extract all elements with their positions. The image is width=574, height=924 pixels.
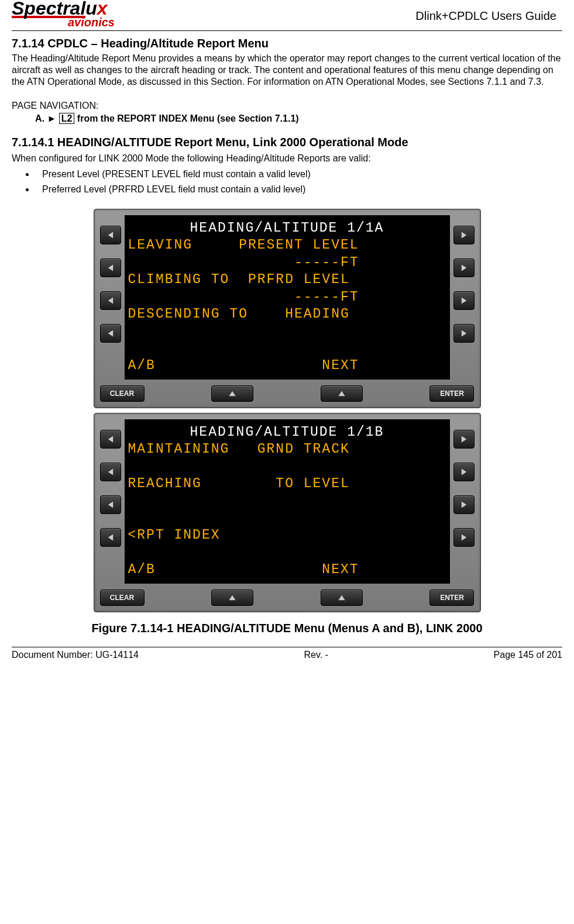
- lsk-right-column: [453, 419, 475, 584]
- rocker-1[interactable]: [211, 589, 253, 606]
- lsk-right-column: [453, 215, 475, 380]
- lsk-r4-button[interactable]: [453, 528, 475, 547]
- footer-docnum: Document Number: UG-14114: [12, 650, 139, 660]
- list-item: Present Level (PRESENT LEVEL field must …: [35, 169, 562, 180]
- lsk-r4-button[interactable]: [453, 324, 475, 343]
- lsk-l2-button[interactable]: [100, 258, 121, 277]
- lsk-l4-button[interactable]: [100, 324, 121, 343]
- brand-logo: Spectralux avionics: [12, 0, 117, 29]
- lsk-l4-button[interactable]: [100, 528, 121, 547]
- screen-body: MAINTAINING GRND TRACK REACHING TO LEVEL…: [128, 442, 359, 577]
- subsection-lead: When configured for LINK 2000 Mode the f…: [12, 153, 562, 164]
- logo-main: Spectralux: [12, 0, 117, 17]
- footer-rev: Rev. -: [304, 650, 328, 660]
- enter-button[interactable]: ENTER: [429, 385, 474, 402]
- section-heading: 7.1.14 CPDLC – Heading/Altitude Report M…: [12, 37, 562, 50]
- screen-title: HEADING/ALTITUDE 1/1B: [128, 424, 446, 441]
- bullet-list: Present Level (PRESENT LEVEL field must …: [35, 169, 562, 195]
- screen-title: HEADING/ALTITUDE 1/1A: [128, 220, 446, 237]
- page-navigation-label: PAGE NAVIGATION:: [12, 101, 562, 111]
- page-header: Spectralux avionics Dlink+CPDLC Users Gu…: [6, 0, 568, 29]
- lsk-r2-button[interactable]: [453, 463, 475, 481]
- lsk-r3-button[interactable]: [453, 291, 475, 310]
- rocker-2[interactable]: [321, 385, 363, 402]
- document-title: Dlink+CPDLC Users Guide: [415, 0, 562, 23]
- lsk-l1-button[interactable]: [100, 430, 121, 449]
- lsk-l3-button[interactable]: [100, 291, 121, 310]
- lsk-l3-button[interactable]: [100, 495, 121, 514]
- screen-body: LEAVING PRESENT LEVEL -----FT CLIMBING T…: [128, 237, 359, 373]
- cdu-panel-a: HEADING/ALTITUDE 1/1ALEAVING PRESENT LEV…: [94, 209, 481, 408]
- lsk-l2-button[interactable]: [100, 463, 121, 481]
- enter-button[interactable]: ENTER: [429, 589, 474, 606]
- lsk-r1-button[interactable]: [453, 430, 475, 449]
- figure-caption: Figure 7.1.14-1 HEADING/ALTITUDE Menu (M…: [12, 622, 562, 635]
- list-item: Preferred Level (PRFRD LEVEL field must …: [35, 184, 562, 195]
- rocker-2[interactable]: [321, 589, 363, 606]
- lsk-box: L2: [59, 113, 75, 124]
- page-footer: Document Number: UG-14114 Rev. - Page 14…: [6, 650, 568, 667]
- subsection-heading: 7.1.14.1 HEADING/ALTITUDE Report Menu, L…: [12, 136, 562, 149]
- cdu-screen-b: HEADING/ALTITUDE 1/1BMAINTAINING GRND TR…: [125, 419, 450, 584]
- cdu-panel-b: HEADING/ALTITUDE 1/1BMAINTAINING GRND TR…: [94, 413, 481, 612]
- cdu-screen-a: HEADING/ALTITUDE 1/1ALEAVING PRESENT LEV…: [125, 215, 450, 380]
- lsk-r3-button[interactable]: [453, 495, 475, 514]
- lsk-left-column: [100, 419, 121, 584]
- lsk-r2-button[interactable]: [453, 258, 475, 277]
- lsk-left-column: [100, 215, 121, 380]
- page-navigation-item: A. ► L2 from the REPORT INDEX Menu (see …: [35, 113, 562, 124]
- lsk-l1-button[interactable]: [100, 226, 121, 244]
- clear-button[interactable]: CLEAR: [100, 589, 145, 606]
- rocker-1[interactable]: [211, 385, 253, 402]
- clear-button[interactable]: CLEAR: [100, 385, 145, 402]
- lsk-r1-button[interactable]: [453, 226, 475, 244]
- footer-page: Page 145 of 201: [494, 650, 562, 660]
- section-intro: The Heading/Altitude Report Menu provide…: [12, 53, 562, 88]
